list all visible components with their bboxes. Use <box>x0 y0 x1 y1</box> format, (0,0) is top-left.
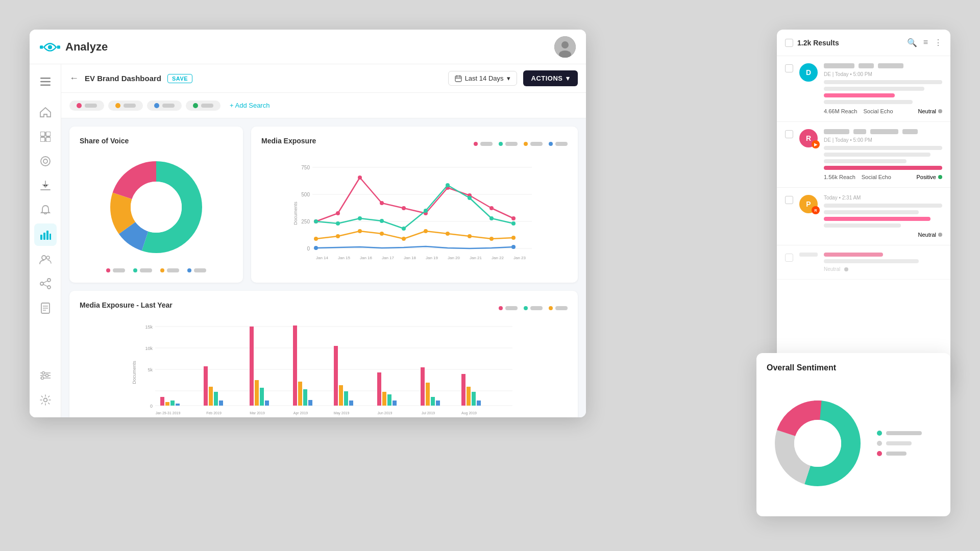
select-all-checkbox[interactable] <box>785 39 793 47</box>
svg-point-86 <box>336 234 340 238</box>
svg-text:500: 500 <box>301 192 310 197</box>
svg-rect-15 <box>40 235 42 240</box>
sentiment-1: Positive <box>916 174 942 180</box>
main-content: ← EV Brand Dashboard SAVE Last 14 Days ▾… <box>61 64 586 417</box>
save-button[interactable]: SAVE <box>167 74 192 83</box>
filter-chip-2[interactable] <box>147 101 182 111</box>
sidebar-item-settings[interactable] <box>34 389 57 411</box>
bar-legend-pink-bar <box>505 306 518 310</box>
sidebar-item-monitor[interactable] <box>34 150 57 172</box>
svg-line-25 <box>43 284 47 286</box>
sentiment-body <box>767 381 940 506</box>
svg-text:Jan 22: Jan 22 <box>492 256 504 260</box>
scene: Analyze <box>0 0 980 551</box>
filter-chip-0[interactable] <box>69 101 104 111</box>
actions-button[interactable]: ACTIONS ▾ <box>523 70 578 86</box>
actions-label: ACTIONS <box>531 74 563 82</box>
add-search-label: + Add Search <box>230 102 270 109</box>
svg-point-91 <box>446 232 450 236</box>
sidebar-item-dashboard[interactable] <box>34 126 57 148</box>
filter-chip-1[interactable] <box>108 101 143 111</box>
svg-rect-107 <box>160 397 164 406</box>
user-avatar[interactable] <box>554 36 576 58</box>
line-chart-svg: 750 500 250 0 Jan 14 Jan 15 Jan 16 Jan 1… <box>261 157 568 269</box>
svg-point-90 <box>424 229 428 233</box>
search-icon[interactable]: 🔍 <box>907 38 917 47</box>
svg-text:Jan 21: Jan 21 <box>470 256 482 260</box>
feed-stats-2: Neutral <box>824 232 942 238</box>
svg-text:Feb 2019: Feb 2019 <box>206 411 222 415</box>
sidebar-item-share[interactable] <box>34 272 57 295</box>
filter-dot-2 <box>154 103 159 108</box>
feed-line-1-3 <box>824 159 906 163</box>
svg-rect-139 <box>431 397 435 406</box>
neutral-bar <box>886 441 912 445</box>
sentiment-legend-negative <box>877 451 922 456</box>
feed-checkbox-2[interactable] <box>785 196 793 204</box>
filter-label-2 <box>162 104 175 108</box>
svg-text:Jan 16: Jan 16 <box>360 256 373 260</box>
svg-point-83 <box>489 216 494 220</box>
bar-legend-teal <box>524 306 543 310</box>
media-exposure-title: Media Exposure <box>261 137 316 145</box>
feed-echo-0: Social Echo <box>863 108 893 114</box>
svg-rect-137 <box>421 367 425 406</box>
feed-content-1: DE | Today • 5:00 PM 1.56k Reach Social … <box>824 129 942 180</box>
sidebar-item-reports[interactable] <box>34 297 57 319</box>
filter-label-3 <box>201 104 213 108</box>
svg-rect-138 <box>426 383 430 406</box>
feed-line-1-4 <box>824 166 942 170</box>
feed-checkbox-1[interactable] <box>785 130 793 138</box>
more-icon[interactable]: ⋮ <box>934 38 942 47</box>
panel-header: 1.2k Results 🔍 ≡ ⋮ <box>777 30 950 56</box>
sidebar-item-alerts[interactable] <box>34 199 57 221</box>
date-range-label: Last 14 Days <box>465 74 504 82</box>
svg-point-95 <box>314 246 318 250</box>
svg-rect-10 <box>46 132 51 136</box>
filter-icon[interactable]: ≡ <box>923 38 928 47</box>
svg-rect-7 <box>40 81 51 83</box>
feed-checkbox-0[interactable] <box>785 64 793 72</box>
filter-chip-3[interactable] <box>186 101 220 111</box>
add-search-button[interactable]: + Add Search <box>225 99 275 112</box>
svg-rect-37 <box>455 76 461 82</box>
legend-pink-dot <box>474 142 478 146</box>
sentiment-2: Neutral <box>918 232 942 238</box>
sentiment-dot-2 <box>938 233 942 237</box>
positive-dot <box>877 431 882 436</box>
sidebar-item-equalizer[interactable] <box>34 364 57 387</box>
svg-text:Jan 18: Jan 18 <box>404 256 416 260</box>
sidebar-item-analytics[interactable] <box>34 223 57 246</box>
svg-rect-132 <box>377 372 381 406</box>
svg-rect-122 <box>293 325 297 406</box>
feed-checkbox-3[interactable] <box>785 254 793 262</box>
feed-line-0-1 <box>824 80 942 84</box>
donut-chart <box>80 151 233 263</box>
svg-point-73 <box>489 206 494 210</box>
dashboard-header: ← EV Brand Dashboard SAVE Last 14 Days ▾… <box>61 64 586 93</box>
neutral-dot <box>877 441 882 446</box>
sidebar-item-home[interactable] <box>34 101 57 123</box>
svg-rect-118 <box>255 380 259 406</box>
svg-text:250: 250 <box>301 219 310 224</box>
feed-item-1: R ▶ DE | Today • 5:00 PM <box>777 122 950 188</box>
media-last-year-card: Media Exposure - Last Year <box>69 291 578 417</box>
svg-point-89 <box>402 237 406 241</box>
back-button[interactable]: ← <box>69 73 79 84</box>
legend-orange2 <box>524 142 543 146</box>
media-exposure-card: Media Exposure <box>251 127 578 283</box>
svg-text:Jun 2019: Jun 2019 <box>378 411 393 415</box>
svg-rect-8 <box>40 85 51 86</box>
feed-echo-1: Social Echo <box>862 174 891 180</box>
bar-chart-header: Media Exposure - Last Year <box>80 301 568 315</box>
sidebar-item-audience[interactable] <box>34 248 57 270</box>
sidebar-item-menu[interactable] <box>34 70 57 93</box>
svg-text:Jan 17: Jan 17 <box>382 256 395 260</box>
svg-text:10k: 10k <box>145 346 153 351</box>
svg-point-93 <box>489 237 494 241</box>
svg-rect-9 <box>40 132 45 136</box>
date-range-button[interactable]: Last 14 Days ▾ <box>448 71 517 86</box>
svg-text:Jan 15: Jan 15 <box>338 256 351 260</box>
legend-bar-teal <box>140 268 152 272</box>
sidebar-item-download[interactable] <box>34 174 57 197</box>
